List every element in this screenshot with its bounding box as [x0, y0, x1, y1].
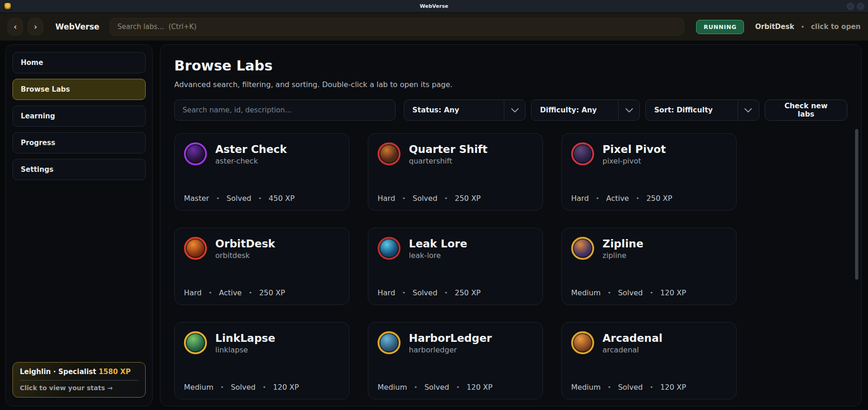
sidebar-item-label: Progress	[21, 139, 55, 147]
bullet-separator: •	[220, 384, 224, 391]
main-panel: Browse Labs Advanced search, filtering, …	[160, 44, 862, 406]
sidebar: Home Browse Labs Learning Progress Setti…	[6, 44, 153, 406]
page-subtitle: Advanced search, filtering, and sorting.…	[174, 80, 847, 89]
window-titlebar: WebVerse	[0, 0, 868, 13]
lab-xp: 120 XP	[466, 383, 492, 392]
lab-title: Arcadenal	[602, 332, 662, 344]
bullet-separator: •	[414, 384, 418, 391]
check-new-labs-button[interactable]: Check new labs	[765, 100, 847, 121]
workspace: Home Browse Labs Learning Progress Setti…	[0, 41, 868, 410]
click-to-open-link[interactable]: click to open	[811, 23, 861, 31]
sidebar-item-label: Learning	[21, 112, 55, 120]
lab-title: Aster Check	[215, 143, 287, 155]
lab-avatar	[378, 142, 401, 165]
chevron-down-icon	[618, 100, 639, 120]
bullet-separator: •	[608, 384, 611, 391]
lab-difficulty: Hard	[571, 194, 589, 203]
lab-id: quartershift	[409, 157, 488, 165]
lab-card-quartershift[interactable]: Quarter Shift quartershift Hard • Solved…	[368, 133, 543, 211]
lab-id: aster-check	[215, 157, 287, 165]
user-name: Leighlin · Specialist	[20, 368, 96, 376]
labs-grid: Aster Check aster-check Master • Solved …	[174, 133, 847, 399]
bullet-separator: •	[650, 384, 654, 391]
lab-xp: 120 XP	[660, 288, 686, 297]
lab-card-zipline[interactable]: Zipline zipline Medium • Solved • 120 XP	[561, 228, 737, 305]
scrollbar[interactable]	[855, 129, 858, 402]
sidebar-item-label: Browse Labs	[21, 85, 70, 94]
user-xp: 1580 XP	[99, 368, 131, 376]
bullet-separator: •	[258, 195, 262, 202]
lab-avatar	[184, 237, 207, 260]
sidebar-item-settings[interactable]: Settings	[12, 159, 146, 180]
sidebar-item-label: Settings	[21, 165, 53, 174]
lab-status: Solved	[618, 288, 643, 297]
app-icon	[4, 2, 12, 10]
back-button[interactable]: ‹	[7, 18, 23, 35]
lab-status: Solved	[425, 383, 449, 392]
lab-card-harborledger[interactable]: HarborLedger harborledger Medium • Solve…	[368, 322, 543, 399]
lab-id: orbitdesk	[215, 251, 275, 260]
chevron-down-icon	[504, 100, 525, 120]
lab-avatar	[571, 142, 594, 165]
page-title: Browse Labs	[174, 58, 847, 74]
sidebar-item-home[interactable]: Home	[12, 52, 146, 73]
running-status-badge: RUNNING	[696, 20, 744, 34]
lab-xp: 250 XP	[259, 288, 285, 297]
difficulty-filter-dropdown[interactable]: Difficulty: Any	[531, 100, 640, 121]
global-search-input[interactable]	[110, 18, 685, 35]
sidebar-item-learning[interactable]: Learning	[12, 105, 146, 127]
forward-button[interactable]: ›	[28, 18, 43, 35]
lab-difficulty: Hard	[184, 288, 201, 297]
forward-icon: ›	[34, 22, 37, 31]
lab-difficulty: Hard	[378, 194, 395, 203]
lab-card-leak-lore[interactable]: Leak Lore leak-lore Hard • Solved • 250 …	[368, 228, 543, 305]
lab-id: linklapse	[215, 346, 275, 354]
view-stats-link[interactable]: Click to view your stats →	[20, 384, 138, 392]
bullet-separator: •	[596, 195, 599, 202]
bullet-separator: •	[801, 23, 804, 30]
lab-title: Pixel Pivot	[602, 143, 666, 155]
lab-card-orbitdesk[interactable]: OrbitDesk orbitdesk Hard • Active • 250 …	[174, 228, 349, 305]
lab-id: arcadenal	[602, 346, 662, 354]
lab-difficulty: Master	[184, 194, 209, 203]
lab-difficulty: Medium	[184, 383, 213, 392]
lab-title: Leak Lore	[409, 238, 467, 250]
lab-avatar	[184, 142, 207, 165]
lab-xp: 120 XP	[273, 383, 299, 392]
lab-card-pixel-pivot[interactable]: Pixel Pivot pixel-pivot Hard • Active • …	[561, 133, 737, 211]
status-filter-dropdown[interactable]: Status: Any	[404, 100, 526, 121]
lab-status: Solved	[413, 288, 437, 297]
divider	[20, 380, 138, 381]
lab-avatar	[571, 237, 594, 260]
lab-card-linklapse[interactable]: LinkLapse linklapse Medium • Solved • 12…	[174, 322, 349, 399]
brand-title: WebVerse	[55, 22, 100, 31]
scrollbar-thumb[interactable]	[855, 129, 858, 280]
sidebar-item-browse-labs[interactable]: Browse Labs	[12, 79, 146, 100]
lab-search-input[interactable]	[174, 100, 396, 121]
lab-difficulty: Medium	[571, 288, 601, 297]
back-icon: ‹	[13, 22, 17, 31]
sidebar-item-progress[interactable]: Progress	[12, 132, 146, 153]
user-stats-card[interactable]: Leighlin · Specialist 1580 XP Click to v…	[12, 362, 146, 398]
window-minimize-button[interactable]	[847, 3, 854, 10]
bullet-separator: •	[636, 195, 639, 202]
lab-status: Active	[219, 288, 242, 297]
lab-card-arcadenal[interactable]: Arcadenal arcadenal Medium • Solved • 12…	[561, 322, 737, 399]
filter-bar: Status: Any Difficulty: Any Sort: Diffic…	[174, 100, 847, 121]
window-close-button[interactable]	[857, 3, 864, 10]
lab-difficulty: Medium	[378, 383, 407, 392]
window-title: WebVerse	[0, 3, 868, 9]
bullet-separator: •	[216, 195, 220, 202]
lab-xp: 250 XP	[455, 288, 481, 297]
lab-id: harborledger	[409, 346, 492, 354]
lab-status: Solved	[618, 383, 643, 392]
lab-title: Zipline	[602, 238, 644, 250]
sort-label: Sort: Difficulty	[646, 106, 738, 114]
bullet-separator: •	[650, 289, 654, 296]
lab-avatar	[378, 331, 401, 354]
lab-avatar	[378, 237, 401, 260]
lab-card-aster-check[interactable]: Aster Check aster-check Master • Solved …	[174, 133, 349, 211]
active-lab-name[interactable]: OrbitDesk	[755, 23, 794, 31]
status-filter-label: Status: Any	[404, 106, 504, 114]
sort-dropdown[interactable]: Sort: Difficulty	[645, 100, 759, 121]
